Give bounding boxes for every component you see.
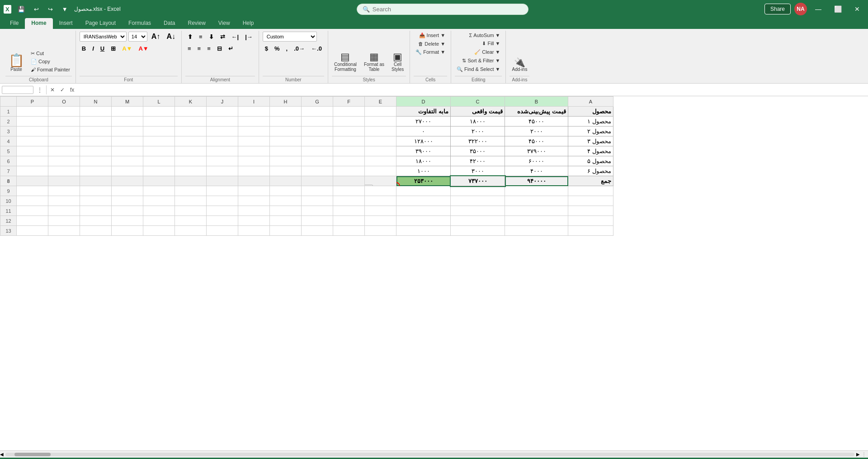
cell-k4[interactable]: [175, 136, 207, 146]
cell-m1[interactable]: [112, 107, 143, 117]
cell-f4[interactable]: [333, 136, 365, 146]
conditional-formatting-button[interactable]: ▤ ConditionalFormatting: [332, 51, 359, 73]
cell-h4[interactable]: [270, 136, 302, 146]
fill-color-button[interactable]: A▼: [120, 43, 134, 53]
cell-e2[interactable]: [365, 117, 396, 126]
cell-c7[interactable]: ۳۰۰۰: [451, 166, 505, 176]
cell-h1[interactable]: [270, 107, 302, 117]
cell-p4[interactable]: [17, 136, 48, 146]
clear-button[interactable]: 🧹 Clear ▼: [472, 48, 502, 56]
cell-d7[interactable]: ۱۰۰۰: [396, 166, 451, 176]
cell-h2[interactable]: [270, 117, 302, 126]
cell-l2[interactable]: [143, 117, 175, 126]
cell-b8[interactable]: ۹۴۰۰۰۰: [505, 176, 568, 186]
col-header-g[interactable]: G: [302, 97, 333, 107]
cell-c8[interactable]: ۷۳۷۰۰۰: [451, 176, 505, 186]
insert-button[interactable]: 📥 Insert ▼: [417, 32, 448, 39]
cell-i5[interactable]: [238, 146, 270, 156]
cell-j5[interactable]: [207, 146, 238, 156]
cell-m5[interactable]: [112, 146, 143, 156]
col-header-p[interactable]: P: [17, 97, 48, 107]
cell-m2[interactable]: [112, 117, 143, 126]
underline-button[interactable]: U: [98, 43, 107, 53]
border-button[interactable]: ⊞: [108, 43, 118, 53]
cell-i1[interactable]: [238, 107, 270, 117]
cell-f7[interactable]: [333, 166, 365, 176]
cell-g7[interactable]: [302, 166, 333, 176]
cell-l5[interactable]: [143, 146, 175, 156]
cell-k8[interactable]: [175, 176, 207, 186]
maximize-button[interactable]: ⬜: [830, 4, 846, 14]
cell-i2[interactable]: [238, 117, 270, 126]
font-size-select[interactable]: 14: [128, 32, 147, 42]
cell-reference-input[interactable]: B8: [2, 86, 33, 94]
cell-p9[interactable]: [17, 186, 48, 196]
col-header-c[interactable]: C: [451, 97, 505, 107]
cell-h5[interactable]: [270, 146, 302, 156]
italic-button[interactable]: I: [90, 43, 96, 53]
cell-j4[interactable]: [207, 136, 238, 146]
cell-g3[interactable]: [302, 126, 333, 136]
tab-help[interactable]: Help: [236, 18, 260, 29]
cell-a2[interactable]: محصول ۱: [568, 117, 613, 126]
cell-f5[interactable]: [333, 146, 365, 156]
col-header-f[interactable]: F: [333, 97, 365, 107]
close-button[interactable]: ✕: [850, 4, 864, 14]
currency-button[interactable]: $: [263, 43, 270, 53]
sheet-options-icon[interactable]: ⋮: [860, 452, 868, 457]
tab-home[interactable]: Home: [25, 18, 52, 29]
cell-e4[interactable]: [365, 136, 396, 146]
format-as-table-button[interactable]: ▦ Format asTable: [362, 51, 387, 73]
align-center-button[interactable]: ≡: [195, 43, 203, 53]
align-middle-button[interactable]: ≡: [197, 32, 205, 42]
col-header-h[interactable]: H: [270, 97, 302, 107]
tab-formulas[interactable]: Formulas: [122, 18, 157, 29]
tab-page-layout[interactable]: Page Layout: [79, 18, 122, 29]
cell-m6[interactable]: [112, 156, 143, 166]
cell-p6[interactable]: [17, 156, 48, 166]
cell-n4[interactable]: [80, 136, 112, 146]
cell-c4[interactable]: ۳۲۲۰۰۰: [451, 136, 505, 146]
cell-p1[interactable]: [17, 107, 48, 117]
cell-l7[interactable]: [143, 166, 175, 176]
format-button[interactable]: 🔧 Format ▼: [414, 48, 447, 56]
font-name-select[interactable]: IRANSansWeb: [80, 32, 127, 42]
quick-access-button[interactable]: ▼: [59, 5, 71, 14]
col-header-d[interactable]: D: [396, 97, 451, 107]
cell-f3[interactable]: [333, 126, 365, 136]
font-increase-button[interactable]: A↑: [149, 32, 163, 42]
cell-k7[interactable]: [175, 166, 207, 176]
cell-f2[interactable]: [333, 117, 365, 126]
cell-h3[interactable]: [270, 126, 302, 136]
cell-n3[interactable]: [80, 126, 112, 136]
cell-p5[interactable]: [17, 146, 48, 156]
cell-l4[interactable]: [143, 136, 175, 146]
text-direction-button[interactable]: ⇄: [218, 32, 227, 42]
cell-l3[interactable]: [143, 126, 175, 136]
align-left-button[interactable]: ≡: [185, 43, 193, 53]
share-button[interactable]: Share: [764, 4, 791, 14]
col-header-i[interactable]: I: [238, 97, 270, 107]
cell-j7[interactable]: [207, 166, 238, 176]
cell-p3[interactable]: [17, 126, 48, 136]
search-input[interactable]: [373, 6, 517, 13]
cell-a5[interactable]: محصول ۴: [568, 146, 613, 156]
scroll-track[interactable]: [5, 453, 854, 456]
cell-j2[interactable]: [207, 117, 238, 126]
col-header-e[interactable]: E: [365, 97, 396, 107]
cell-m7[interactable]: [112, 166, 143, 176]
cell-k2[interactable]: [175, 117, 207, 126]
cell-m3[interactable]: [112, 126, 143, 136]
find-select-button[interactable]: 🔍 Find & Select ▼: [455, 66, 502, 73]
col-header-n[interactable]: N: [80, 97, 112, 107]
cell-o4[interactable]: [48, 136, 80, 146]
col-header-k[interactable]: K: [175, 97, 207, 107]
cell-n2[interactable]: [80, 117, 112, 126]
cell-n1[interactable]: [80, 107, 112, 117]
cell-d5[interactable]: ۳۹۰۰۰: [396, 146, 451, 156]
cell-j1[interactable]: [207, 107, 238, 117]
cell-h6[interactable]: [270, 156, 302, 166]
cell-d6[interactable]: ۱۸۰۰۰: [396, 156, 451, 166]
col-header-m[interactable]: M: [112, 97, 143, 107]
cell-c2[interactable]: ۱۸۰۰۰: [451, 117, 505, 126]
